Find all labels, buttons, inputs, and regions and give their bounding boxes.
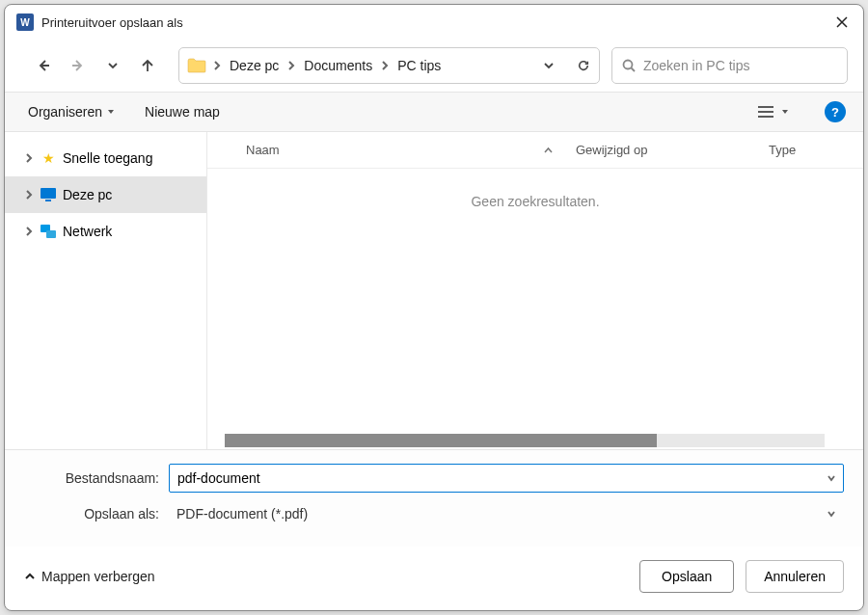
chevron-right-icon (380, 57, 390, 74)
refresh-icon (578, 60, 589, 71)
cancel-button[interactable]: Annuleren (746, 560, 844, 593)
view-options[interactable] (753, 101, 792, 122)
filename-dropdown[interactable] (827, 469, 836, 487)
help-button[interactable]: ? (825, 101, 846, 122)
file-list: Geen zoekresultaten. (207, 169, 863, 449)
word-app-icon: W (16, 13, 34, 31)
breadcrumb-item[interactable]: Deze pc (228, 56, 281, 75)
forward-button[interactable] (63, 50, 94, 81)
chevron-down-icon (543, 60, 555, 71)
filename-label: Bestandsnaam: (24, 470, 169, 486)
address-bar[interactable]: Deze pc Documents PC tips (178, 47, 600, 84)
column-header-modified[interactable]: Gewijzigd op (564, 143, 757, 157)
arrow-right-icon (71, 59, 85, 72)
breadcrumb-item[interactable]: PC tips (395, 56, 443, 75)
navigation-pane: ★ Snelle toegang Deze pc Netwerk (5, 132, 207, 449)
sort-asc-icon (544, 147, 553, 154)
hide-folders-toggle[interactable]: Mappen verbergen (24, 569, 155, 584)
svg-rect-5 (45, 200, 51, 201)
save-as-dialog: W Printeruitvoer opslaan als Deze pc Doc… (4, 4, 864, 611)
star-icon: ★ (40, 149, 57, 167)
monitor-icon (40, 186, 57, 203)
navigation-row: Deze pc Documents PC tips (5, 40, 863, 92)
search-input[interactable] (643, 58, 837, 73)
empty-message: Geen zoekresultaten. (207, 169, 863, 209)
tree-item-label: Snelle toegang (63, 150, 152, 166)
chevron-right-icon (24, 227, 34, 236)
column-headers: Naam Gewijzigd op Type (207, 132, 863, 169)
history-dropdown[interactable] (97, 50, 128, 81)
chevron-down-icon (106, 59, 120, 72)
tree-item-label: Netwerk (63, 224, 112, 239)
toolbar: Organiseren Nieuwe map ? (5, 92, 863, 132)
window-title: Printeruitvoer opslaan als (41, 15, 830, 30)
saveas-combo[interactable]: PDF-document (*.pdf) (169, 500, 844, 527)
tree-item-label: Deze pc (63, 187, 112, 202)
up-button[interactable] (132, 50, 163, 81)
column-header-name[interactable]: Naam (207, 143, 564, 157)
close-button[interactable] (830, 11, 854, 34)
refresh-button[interactable] (576, 58, 591, 73)
svg-rect-7 (46, 230, 56, 238)
list-view-icon (757, 105, 774, 119)
chevron-up-icon (24, 571, 36, 582)
address-dropdown[interactable] (541, 58, 556, 73)
chevron-down-icon (827, 473, 836, 483)
filename-row: Bestandsnaam: (24, 464, 844, 493)
breadcrumb-item[interactable]: Documents (302, 56, 374, 75)
chevron-right-icon (24, 190, 34, 200)
chevron-right-icon (286, 57, 296, 74)
network-icon (40, 223, 57, 240)
close-icon (836, 16, 848, 28)
body-area: ★ Snelle toegang Deze pc Netwerk Naam Ge (5, 132, 863, 449)
tree-item-network[interactable]: Netwerk (5, 213, 206, 250)
svg-rect-4 (41, 188, 56, 199)
saveas-label: Opslaan als: (24, 506, 169, 521)
footer: Mappen verbergen Opslaan Annuleren (5, 547, 863, 610)
horizontal-scrollbar[interactable] (225, 434, 825, 447)
scrollbar-thumb[interactable] (225, 434, 657, 447)
filename-input[interactable] (169, 464, 844, 493)
chevron-right-icon (212, 57, 222, 74)
back-button[interactable] (28, 50, 59, 81)
folder-icon (187, 58, 206, 73)
arrow-left-icon (37, 59, 50, 72)
arrow-up-icon (141, 59, 154, 72)
tree-item-quick-access[interactable]: ★ Snelle toegang (5, 140, 206, 176)
search-box[interactable] (611, 47, 848, 84)
titlebar: W Printeruitvoer opslaan als (5, 5, 863, 40)
form-area: Bestandsnaam: Opslaan als: PDF-document … (5, 449, 863, 547)
column-header-type[interactable]: Type (757, 143, 863, 157)
save-button[interactable]: Opslaan (639, 560, 734, 593)
search-icon (622, 59, 636, 72)
content-pane: Naam Gewijzigd op Type Geen zoekresultat… (207, 132, 863, 449)
organize-menu[interactable]: Organiseren (22, 100, 120, 123)
new-folder-button[interactable]: Nieuwe map (139, 100, 226, 123)
saveas-row: Opslaan als: PDF-document (*.pdf) (24, 500, 844, 527)
svg-point-0 (624, 61, 633, 69)
chevron-right-icon (24, 153, 34, 163)
chevron-down-icon (827, 509, 836, 519)
tree-item-this-pc[interactable]: Deze pc (5, 176, 206, 213)
